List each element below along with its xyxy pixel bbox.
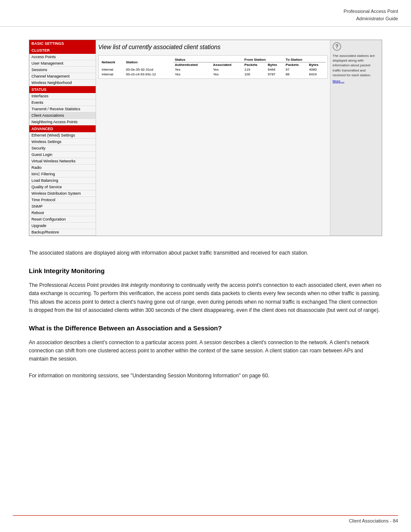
sidebar-item-transmit-receive[interactable]: Transmit / Receive Statistics	[29, 106, 96, 112]
screenshot-container: BASIC SETTINGS CLUSTER Access Points Use…	[29, 40, 382, 236]
section2-container: What is the Difference Between an Associ…	[29, 323, 382, 380]
page-header: Professional Access Point Administrator …	[0, 0, 411, 27]
row2-network: Internal	[100, 72, 125, 77]
row1-to-packets: 97	[284, 67, 308, 72]
header-line2: Administrator Guide	[356, 16, 398, 21]
row1-from-packets: 119	[243, 67, 266, 72]
col-from-station-group: From Station	[243, 57, 284, 62]
section1-italic: link integrity monitoring	[121, 282, 174, 288]
footer-text: Client Associations - 84	[349, 518, 398, 523]
header-line1: Professional Access Point	[343, 9, 398, 14]
col-station: Station	[125, 57, 173, 67]
sidebar-item-access-points[interactable]: Access Points	[29, 54, 96, 60]
sidebar-item-load-balancing[interactable]: Load Balancing	[29, 177, 96, 184]
sidebar-item-guest-login[interactable]: Guest Login	[29, 152, 96, 158]
sidebar-item-channel-management[interactable]: Channel Management	[29, 73, 96, 80]
sessions-italic: sessions	[98, 373, 118, 379]
session-italic: session	[204, 339, 222, 345]
sidebar-section-cluster: CLUSTER	[29, 47, 96, 54]
subheader-from-bytes: Bytes	[267, 62, 285, 68]
sidebar-item-sessions[interactable]: Sessions	[29, 67, 96, 73]
sidebar-section-status: STATUS	[29, 86, 96, 93]
row2-associated: Yes	[212, 72, 243, 77]
sidebar-item-security[interactable]: Security	[29, 145, 96, 152]
subheader-from-packets: Packets	[243, 62, 266, 68]
row2-from-packets: 100	[243, 72, 266, 77]
panel-title: View list of currently associated client…	[98, 42, 328, 52]
subheader-authenticated: Authenticated	[174, 62, 212, 68]
subheader-to-bytes: Bytes	[308, 62, 326, 68]
row1-from-bytes: 6464	[267, 67, 285, 72]
sidebar-section-advanced: ADVANCED	[29, 125, 96, 132]
sidebar-item-ethernet[interactable]: Ethernet (Wired) Settings	[29, 132, 96, 139]
sidebar-item-upgrade[interactable]: Upgrade	[29, 223, 96, 229]
subheader-to-packets: Packets	[284, 62, 308, 68]
row2-to-bytes: 6424	[308, 72, 326, 77]
row2-to-packets: 86	[284, 72, 308, 77]
help-panel: ? The associated stations are displayed …	[330, 40, 382, 236]
section1-container: Link Integrity Monitoring The Profession…	[29, 266, 382, 314]
row1-authenticated: Yes	[174, 67, 212, 72]
page-footer: Client Associations - 84	[13, 515, 398, 523]
sidebar-item-wireless-neighborhood[interactable]: Wireless Neighborhood	[29, 80, 96, 86]
sidebar-item-virtual-wireless[interactable]: Virtual Wireless Networks	[29, 158, 96, 165]
help-icon[interactable]: ?	[333, 42, 341, 51]
row2-from-bytes: 9787	[267, 72, 285, 77]
sidebar-item-mac-filtering[interactable]: MAC Filtering	[29, 171, 96, 177]
section1-heading: Link Integrity Monitoring	[29, 266, 382, 276]
sidebar-item-backup-restore[interactable]: Backup/Restore	[29, 229, 96, 236]
sidebar-item-snmp[interactable]: SNMP	[29, 203, 96, 210]
sidebar-item-events[interactable]: Events	[29, 100, 96, 106]
stations-table: Network Station Status From Station To S…	[100, 57, 326, 77]
main-panel: View list of currently associated client…	[96, 40, 330, 236]
help-text: The associated stations are displayed al…	[333, 53, 380, 78]
intro-paragraph: The associated stations are displayed al…	[29, 249, 382, 257]
row2-authenticated: Yes	[174, 72, 212, 77]
sidebar-section-basic: BASIC SETTINGS	[29, 40, 96, 47]
section2-paragraph2: For information on monitoring sessions, …	[29, 372, 382, 380]
row1-network: Internal	[100, 67, 125, 72]
sidebar-item-neighboring-aps[interactable]: Neighboring Access Points	[29, 119, 96, 125]
section1-paragraph: The Professional Access Point provides l…	[29, 281, 382, 314]
main-content: BASIC SETTINGS CLUSTER Access Points Use…	[0, 35, 411, 406]
sidebar-item-reset-config[interactable]: Reset Configuration	[29, 216, 96, 223]
table-row: Internal 00-0e-35-92-31cd Yes Yes 119 64…	[100, 67, 326, 72]
sidebar-item-user-management[interactable]: User Management	[29, 60, 96, 67]
association-italic: association	[37, 339, 62, 345]
row1-associated: Yes	[212, 67, 243, 72]
sidebar-item-reboot[interactable]: Reboot	[29, 210, 96, 216]
sidebar-item-radio[interactable]: Radio	[29, 165, 96, 171]
sidebar-item-time-protocol[interactable]: Time Protocol	[29, 197, 96, 203]
sidebar-item-interfaces[interactable]: Interfaces	[29, 93, 96, 100]
col-to-station-group: To Station	[284, 57, 326, 62]
sidebar-item-wds[interactable]: Wireless Distribution System	[29, 190, 96, 197]
table-area: Network Station Status From Station To S…	[98, 55, 328, 79]
sidebar: BASIC SETTINGS CLUSTER Access Points Use…	[29, 40, 96, 236]
col-network: Network	[100, 57, 125, 67]
subheader-associated: Associated	[212, 62, 243, 68]
table-row: Internal 00-c0-c4-93-93c-12 Yes Yes 100 …	[100, 72, 326, 77]
section2-heading: What is the Difference Between an Associ…	[29, 323, 382, 333]
row1-to-bytes: 4080	[308, 67, 326, 72]
sidebar-item-client-associations[interactable]: Client Associations	[29, 112, 96, 119]
sidebar-item-qos[interactable]: Quality of Service	[29, 184, 96, 190]
sidebar-item-wireless-settings[interactable]: Wireless Settings	[29, 139, 96, 145]
help-more-link[interactable]: More ...	[333, 79, 380, 83]
row1-station: 00-0e-35-92-31cd	[125, 67, 173, 72]
col-status-group: Status	[174, 57, 243, 62]
row2-station: 00-c0-c4-93-93c-12	[125, 72, 173, 77]
section2-paragraph1: An association describes a client's conn…	[29, 339, 382, 364]
